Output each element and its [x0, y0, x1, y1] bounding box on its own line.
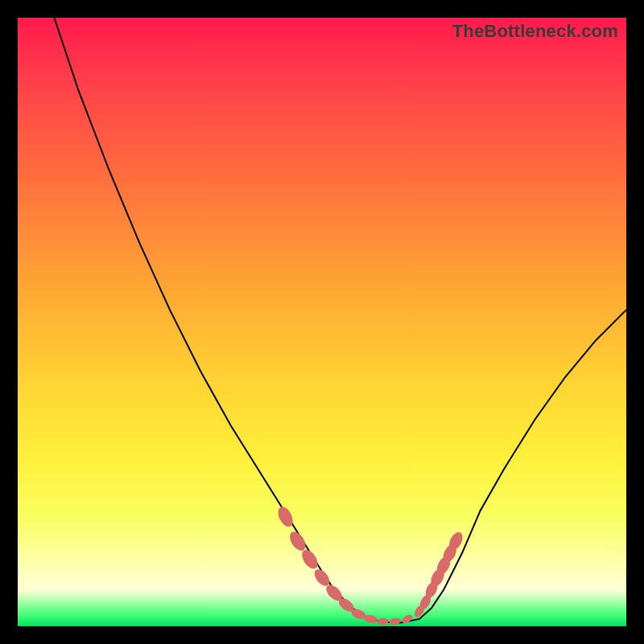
highlight-marker [389, 617, 402, 625]
bottleneck-chart [18, 18, 626, 626]
highlight-markers [275, 505, 465, 626]
highlight-marker [377, 618, 388, 625]
bottleneck-curve-line [54, 18, 626, 623]
plot-area: TheBottleneck.com [18, 18, 626, 626]
chart-frame: TheBottleneck.com [0, 0, 644, 644]
